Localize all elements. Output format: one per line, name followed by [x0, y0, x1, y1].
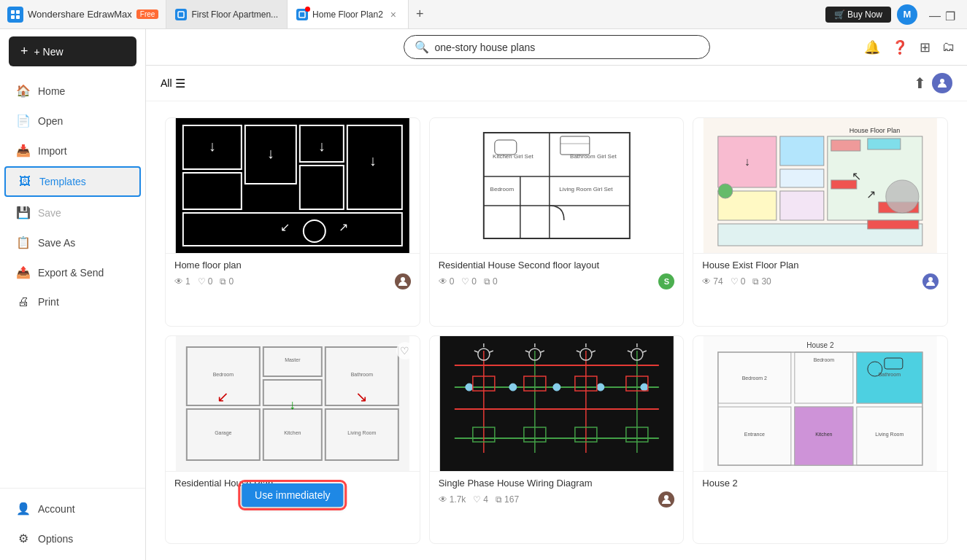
filter-icon: ☰ — [175, 77, 185, 90]
sidebar-item-open[interactable]: 📄 Open — [4, 106, 141, 135]
buy-now-button[interactable]: 🛒 Buy Now — [825, 7, 891, 23]
help-btn[interactable]: ❓ — [889, 36, 911, 58]
header-bar: 🔍 🔔 ❓ ⊞ 🗂 — [146, 29, 967, 66]
template-card-5[interactable]: Single Phase House Wiring Diagram 👁 1.7k… — [429, 335, 685, 545]
svg-text:Kitchen: Kitchen — [284, 430, 301, 435]
sidebar-item-account[interactable]: 👤 Account — [4, 494, 141, 523]
notification-btn[interactable]: 🔔 — [861, 36, 883, 58]
sidebar-item-save[interactable]: 💾 Save — [4, 198, 141, 227]
favorite-btn-4[interactable]: ♡ — [396, 342, 414, 359]
titlebar: Wondershare EdrawMax Free First Floor Ap… — [0, 0, 967, 29]
new-label: + New — [34, 46, 63, 58]
options-label: Options — [38, 533, 73, 545]
tab-add-btn[interactable]: + — [409, 0, 431, 28]
template-title-5: Single Phase House Wiring Diagram — [439, 478, 675, 489]
home-icon: 🏠 — [16, 84, 31, 98]
sidebar-item-save-as[interactable]: 📋 Save As — [4, 228, 141, 257]
svg-text:↓: ↓ — [318, 138, 325, 154]
app-logo: Wondershare EdrawMax Free — [0, 0, 166, 28]
app-name: Wondershare EdrawMax — [28, 9, 132, 20]
sidebar-item-options[interactable]: ⚙ Options — [4, 524, 141, 553]
svg-text:↓: ↓ — [209, 138, 216, 154]
svg-rect-0 — [11, 10, 15, 14]
template-title-2: Residential House Second floor layout — [439, 260, 675, 271]
svg-text:↓: ↓ — [289, 397, 296, 412]
save-as-icon: 📋 — [16, 236, 31, 249]
svg-text:↗: ↗ — [867, 188, 877, 201]
account-label: Account — [38, 503, 75, 515]
svg-rect-50 — [831, 180, 857, 189]
template-info-6: House 2 — [693, 471, 947, 497]
svg-point-6 — [940, 79, 944, 83]
svg-point-54 — [718, 184, 733, 198]
save-as-label: Save As — [38, 237, 75, 249]
svg-text:Bedroom: Bedroom — [490, 186, 514, 192]
titlebar-actions: 🛒 Buy Now M — ❐ — [820, 4, 967, 25]
template-card-6[interactable]: House 2 — [693, 335, 948, 545]
svg-rect-122 — [857, 352, 922, 403]
account-icon: 👤 — [16, 502, 31, 516]
grid-view-btn[interactable]: ⊞ — [917, 36, 933, 58]
print-label: Print — [38, 296, 59, 308]
tab-list: First Floor Apartmen... Home Floor Plan2… — [166, 0, 819, 28]
search-bar: 🔍 — [404, 35, 710, 59]
svg-text:House Floor Plan: House Floor Plan — [850, 127, 901, 134]
minimize-btn[interactable]: — — [929, 9, 939, 20]
svg-text:↘: ↘ — [355, 389, 368, 405]
template-title-3: House Exist Floor Plan — [702, 260, 939, 271]
svg-rect-39 — [780, 136, 824, 166]
template-thumb-5 — [430, 336, 684, 471]
sidebar-item-export[interactable]: 📤 Export & Send — [4, 258, 141, 287]
template-card-2[interactable]: Kitchen Girl Set Bathroom Girl Set Bedro… — [429, 117, 685, 327]
new-button[interactable]: + + New — [9, 36, 136, 66]
all-filter[interactable]: All ☰ — [161, 77, 185, 90]
svg-rect-2 — [11, 15, 15, 19]
likes-1: ♡ 0 — [198, 276, 213, 287]
window-controls: — ❐ — [923, 9, 961, 20]
svg-text:Bedroom: Bedroom — [213, 372, 234, 377]
tab-close-btn[interactable]: × — [388, 7, 399, 22]
svg-text:Garage: Garage — [215, 430, 231, 436]
user-profile-icon — [932, 73, 952, 93]
tab-home-floor-plan[interactable]: Home Floor Plan2 × — [288, 0, 409, 28]
svg-rect-4 — [178, 12, 184, 18]
svg-text:Entrance: Entrance — [744, 432, 765, 437]
options-icon: ⚙ — [16, 532, 31, 545]
template-card-3[interactable]: House Floor Plan ↓ ↖ ↗ — [693, 117, 948, 327]
template-card-1[interactable]: ↓ ↓ ↓ ↓ ↙ ↗ Home floor plan 👁 1 ♡ 0 — [165, 117, 420, 327]
scroll-top-btn[interactable]: ⬆ — [914, 74, 926, 92]
avatar-2: S — [658, 273, 674, 289]
template-info-1: Home floor plan 👁 1 ♡ 0 ⧉ 0 — [166, 253, 420, 295]
sidebar-item-import[interactable]: 📥 Import — [4, 136, 141, 165]
user-avatar[interactable]: M — [897, 4, 917, 25]
tab-first-floor[interactable]: First Floor Apartmen... — [166, 0, 288, 28]
template-thumb-3: House Floor Plan ↓ ↖ ↗ — [693, 118, 947, 253]
template-grid: ↓ ↓ ↓ ↓ ↙ ↗ Home floor plan 👁 1 ♡ 0 — [146, 101, 967, 560]
sidebar-item-print[interactable]: 🖨 Print — [4, 288, 141, 316]
maximize-btn[interactable]: ❐ — [945, 9, 955, 20]
svg-point-101 — [596, 384, 604, 391]
svg-text:Living Room: Living Room — [347, 430, 376, 436]
search-input[interactable] — [435, 42, 699, 53]
views-1: 👁 1 — [174, 276, 190, 287]
svg-rect-43 — [780, 191, 824, 220]
template-thumb-1: ↓ ↓ ↓ ↓ ↙ ↗ — [166, 118, 420, 253]
svg-text:Bathroom: Bathroom — [879, 372, 901, 377]
sidebar-nav: 🏠 Home 📄 Open 📥 Import 🖼 Templates 💾 Sav… — [0, 74, 145, 488]
template-meta-5: 👁 1.7k ♡ 4 ⧉ 167 — [439, 491, 675, 508]
svg-text:Kitchen Girl Set: Kitchen Girl Set — [493, 153, 533, 160]
svg-text:↓: ↓ — [369, 152, 377, 168]
copies-3: ⧉ 30 — [752, 276, 771, 287]
use-immediately-btn[interactable]: Use immediately — [242, 483, 343, 507]
svg-text:Bedroom: Bedroom — [814, 357, 835, 362]
svg-rect-3 — [16, 15, 20, 19]
sidebar-item-home[interactable]: 🏠 Home — [4, 77, 141, 105]
views-3: 👁 74 — [702, 276, 723, 287]
svg-rect-52 — [868, 220, 919, 229]
avatar-1 — [395, 273, 411, 289]
svg-text:Living Room: Living Room — [876, 432, 904, 438]
sidebar-item-templates[interactable]: 🖼 Templates — [4, 166, 141, 197]
template-card-4[interactable]: Bedroom Master Bathroom Garage Kitchen L… — [165, 335, 420, 545]
community-btn[interactable]: 🗂 — [939, 36, 958, 58]
template-title-6: House 2 — [702, 478, 939, 489]
